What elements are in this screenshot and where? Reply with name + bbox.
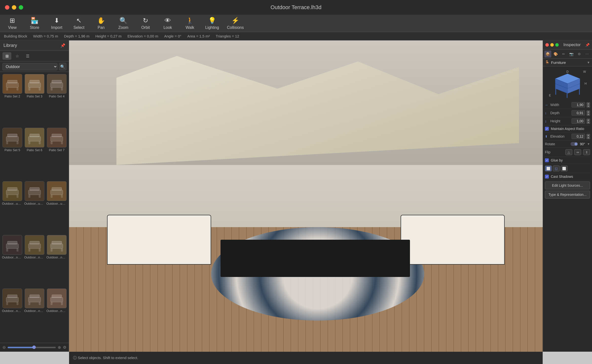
- zoom-out-icon[interactable]: ⊖: [2, 345, 6, 350]
- view-icon: ⊞: [10, 17, 15, 24]
- depth-increment[interactable]: ▲: [587, 110, 590, 113]
- svg-rect-30: [28, 195, 30, 198]
- maximize-button[interactable]: [19, 5, 23, 10]
- zoom-icon: 🔍: [119, 17, 127, 24]
- rotate-toggle[interactable]: [571, 142, 578, 146]
- look-label: Look: [164, 25, 172, 30]
- elevation-input[interactable]: [572, 134, 585, 139]
- cast-shadows-checkbox[interactable]: ✓: [545, 175, 549, 179]
- toolbar-view[interactable]: ⊞ View: [5, 17, 20, 30]
- status-bar: Building Block Width = 0,75 m Depth = 1,…: [0, 32, 592, 40]
- inspector-pin-icon[interactable]: 📌: [585, 43, 590, 47]
- toolbar-collisions[interactable]: ⚡ Collisions: [227, 17, 244, 30]
- maintain-aspect-ratio-checkbox[interactable]: ✓: [545, 127, 549, 131]
- library-tab-favorites[interactable]: ☆: [13, 52, 22, 60]
- library-label-11: Outdoor...nge Set 6: [46, 255, 67, 259]
- library-item-6[interactable]: Outdoor...unge Set 1: [2, 181, 23, 234]
- inspector-close[interactable]: [545, 43, 549, 47]
- inspector-tab-object[interactable]: 📦: [544, 51, 551, 57]
- view-label: View: [8, 25, 17, 30]
- library-item-13[interactable]: Outdoor...nge Set 8: [24, 289, 45, 341]
- library-tab-grid[interactable]: ⊞: [2, 52, 11, 60]
- library-item-4[interactable]: Patio Set 6: [24, 128, 45, 180]
- height-decrement[interactable]: ▼: [587, 121, 590, 124]
- library-item-3[interactable]: Patio Set 5: [2, 128, 23, 180]
- elevation-increment[interactable]: ▲: [587, 134, 590, 136]
- grid-settings-icon[interactable]: ⚙: [63, 345, 66, 350]
- library-category-select[interactable]: Outdoor Indoor Kitchen: [2, 63, 57, 70]
- toolbar-zoom[interactable]: 🔍 Zoom: [116, 17, 131, 30]
- library-item-12[interactable]: Outdoor...nge Set 7: [2, 289, 23, 341]
- depth-field-row: ↕ Depth ▲ ▼: [545, 109, 590, 117]
- glue-wall-button[interactable]: ◱: [553, 165, 560, 171]
- width-decrement[interactable]: ▼: [587, 105, 590, 108]
- inspector-tab-camera[interactable]: 📷: [568, 51, 575, 57]
- width-input[interactable]: [572, 102, 585, 108]
- library-thumb-1: [25, 74, 44, 94]
- depth-input[interactable]: [572, 110, 585, 116]
- inspector-maximize[interactable]: [555, 43, 559, 47]
- library-item-10[interactable]: Outdoor...nge Set 5: [24, 235, 45, 287]
- lighting-label: Lighting: [205, 25, 219, 30]
- toolbar-import[interactable]: ⬇ Import: [49, 17, 64, 30]
- svg-rect-50: [6, 302, 8, 305]
- library-item-9[interactable]: Outdoor...nge Set 4: [2, 235, 23, 287]
- inspector-tab-settings[interactable]: ⚙: [576, 51, 583, 57]
- library-item-0[interactable]: Patio Set 2: [2, 74, 23, 126]
- toolbar-select[interactable]: ↖ Select: [72, 17, 86, 30]
- glue-by-label: Glue by: [551, 158, 563, 162]
- select-icon: ↖: [76, 17, 82, 24]
- library-item-8[interactable]: Outdoor...unge Set 3: [46, 181, 67, 234]
- minimize-button[interactable]: [12, 5, 16, 10]
- library-item-5[interactable]: Patio Set 7: [46, 128, 67, 180]
- zoom-in-icon[interactable]: ⊕: [58, 345, 61, 350]
- flip-triangle-button[interactable]: △: [565, 149, 572, 155]
- toolbar-look[interactable]: 👁 Look: [160, 17, 175, 30]
- glue-by-checkbox[interactable]: ✓: [545, 158, 549, 162]
- library-search-button[interactable]: 🔍: [59, 63, 66, 70]
- toolbar-walk[interactable]: 🚶 Walk: [183, 17, 197, 30]
- flip-vertical-button[interactable]: ⇕: [583, 149, 590, 155]
- edit-light-sources-button[interactable]: Edit Light Sources...: [545, 182, 590, 189]
- inspector-tab-edit[interactable]: ✏: [560, 51, 567, 57]
- toolbar-lighting[interactable]: 💡 Lighting: [205, 17, 220, 30]
- depth-decrement[interactable]: ▼: [587, 113, 590, 116]
- library-item-11[interactable]: Outdoor...nge Set 6: [46, 235, 67, 287]
- height-increment[interactable]: ▲: [587, 119, 590, 121]
- height-input[interactable]: [572, 118, 585, 124]
- svg-rect-38: [6, 249, 8, 252]
- library-item-1[interactable]: Patio Set 3: [24, 74, 45, 126]
- toolbar-store[interactable]: 🏪 Store: [27, 17, 42, 30]
- width-increment[interactable]: ▲: [587, 102, 590, 105]
- type-representation-button[interactable]: Type & Representation...: [545, 191, 590, 199]
- inspector-minimize[interactable]: [550, 43, 554, 47]
- zoom-slider-thumb[interactable]: [32, 346, 36, 349]
- inspector-tab-more[interactable]: ⋯: [584, 51, 591, 57]
- flip-horizontal-button[interactable]: ⇔: [574, 149, 581, 155]
- inspector-fields: ↔ Width ▲ ▼ ↕ Depth ▲ ▼ ↨ Height ▲ ▼: [543, 101, 592, 352]
- library-tab-list[interactable]: ☰: [23, 52, 32, 60]
- elevation-decrement[interactable]: ▼: [587, 137, 590, 139]
- library-thumb-12: [2, 289, 22, 308]
- inspector-tab-material[interactable]: 🎨: [552, 51, 559, 57]
- glue-ceiling-button[interactable]: ⬜: [561, 165, 568, 171]
- viewport[interactable]: [69, 40, 543, 352]
- width-spinner: ▲ ▼: [587, 102, 590, 108]
- library-thumb-7: [25, 181, 44, 201]
- toolbar-pan[interactable]: ✋ Pan: [94, 17, 109, 30]
- svg-rect-18: [28, 141, 30, 144]
- library-label-7: Outdoor...unge Set 2: [24, 202, 45, 205]
- svg-rect-19: [39, 141, 41, 144]
- store-icon: 🏪: [31, 17, 38, 24]
- close-button[interactable]: [5, 5, 9, 10]
- svg-rect-48: [6, 297, 18, 302]
- glue-floor-button[interactable]: ⬜: [545, 165, 552, 171]
- store-label: Store: [30, 25, 39, 30]
- library-item-14[interactable]: Outdoor...nge Set 9: [46, 289, 67, 341]
- library-item-7[interactable]: Outdoor...unge Set 2: [24, 181, 45, 234]
- library-item-2[interactable]: Patio Set 4: [46, 74, 67, 126]
- library-pin-icon[interactable]: 📌: [60, 43, 65, 48]
- svg-rect-59: [61, 302, 63, 305]
- pan-icon: ✋: [97, 17, 105, 24]
- toolbar-orbit[interactable]: ↻ Orbit: [138, 17, 153, 30]
